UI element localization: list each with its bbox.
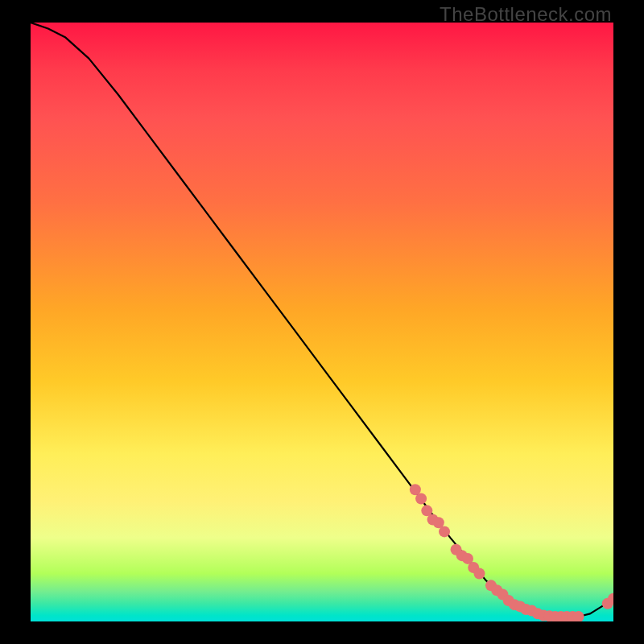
watermark-label: TheBottleneck.com [440, 3, 612, 26]
data-point [473, 568, 485, 579]
curve-layer [31, 23, 613, 617]
bottleneck-curve [31, 23, 613, 617]
chart-container: TheBottleneck.com [0, 0, 644, 644]
chart-svg [31, 23, 613, 621]
plot-area [31, 23, 613, 621]
data-point [439, 526, 450, 537]
data-point [415, 493, 427, 504]
markers-layer [410, 484, 613, 621]
